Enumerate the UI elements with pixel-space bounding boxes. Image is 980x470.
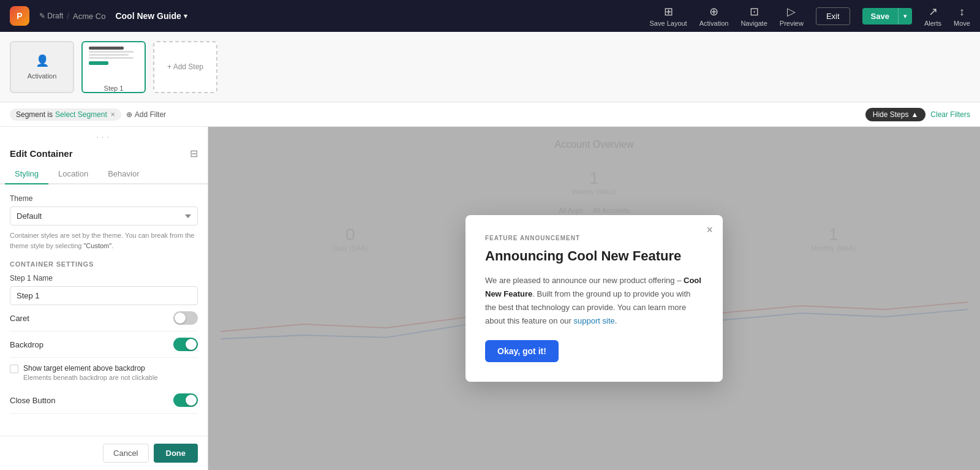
app-logo: P (10, 6, 29, 26)
modal-close-button[interactable]: × (706, 224, 713, 237)
guide-title[interactable]: Cool New Guide ▾ (115, 11, 187, 21)
activation-step-label: Activation (28, 72, 57, 80)
cancel-button[interactable]: Cancel (103, 444, 148, 463)
save-dropdown-button[interactable]: ▾ (898, 8, 912, 25)
caret-toggle-row: Caret (10, 305, 198, 332)
modal-badge: FEATURE ANNOUNCEMENT (485, 235, 703, 241)
activation-icon: ⊕ (709, 5, 718, 18)
theme-hint: Container styles are set by the theme. Y… (10, 230, 198, 251)
backdrop-toggle-row: Backdrop (10, 332, 198, 358)
tab-location[interactable]: Location (48, 164, 98, 184)
hide-steps-button[interactable]: Hide Steps ▲ (865, 108, 926, 121)
breadcrumb-draft: ✎ Draft (39, 12, 63, 20)
alerts-action[interactable]: ↗ Alerts (924, 5, 941, 27)
breadcrumb-company: Acme Co (73, 12, 105, 21)
breadcrumb-separator: / (67, 12, 69, 21)
clear-filters-button[interactable]: Clear Filters (930, 110, 970, 119)
modal-cta-button[interactable]: Okay, got it! (485, 340, 559, 362)
segment-value: Select Segment (55, 110, 107, 119)
feature-announcement-modal: × FEATURE ANNOUNCEMENT Announcing Cool N… (466, 215, 723, 382)
theme-label: Theme (10, 194, 198, 203)
backdrop-toggle[interactable] (173, 338, 198, 351)
theme-select[interactable]: Default (10, 207, 198, 226)
close-button-label: Close Button (10, 396, 55, 405)
panel-tabs: Styling Location Behavior (0, 164, 208, 184)
segment-close-icon[interactable]: × (111, 110, 115, 119)
add-filter-button[interactable]: ⊕ Add Filter (126, 110, 166, 119)
segment-filter-chip[interactable]: Segment is Select Segment × (10, 108, 121, 121)
save-layout-icon: ⊞ (664, 5, 673, 18)
step1-label: Step 1 (104, 85, 124, 92)
container-settings-label: CONTAINER SETTINGS (10, 260, 198, 268)
breadcrumb: ✎ Draft / Acme Co (39, 12, 105, 21)
activation-label: Activation (699, 20, 729, 27)
activation-action[interactable]: ⊕ Activation (699, 5, 729, 27)
move-icon: ↕ (959, 6, 965, 18)
save-button-group: Save ▾ (862, 8, 912, 25)
add-step-button[interactable]: + Add Step (153, 41, 217, 93)
caret-label: Caret (10, 314, 29, 323)
navigate-action[interactable]: ⊡ Navigate (741, 5, 767, 27)
tab-behavior[interactable]: Behavior (98, 164, 149, 184)
alerts-label: Alerts (924, 20, 941, 27)
filter-bar: Segment is Select Segment × ⊕ Add Filter… (0, 102, 980, 127)
panel-collapse-button[interactable]: ⊟ (190, 148, 198, 159)
edit-container-panel: ··· Edit Container ⊟ Styling Location Be… (0, 127, 208, 470)
chevron-down-icon: ▾ (184, 12, 187, 20)
step-card-step1[interactable]: Step 1 (81, 41, 146, 93)
close-button-toggle[interactable] (173, 393, 198, 407)
caret-toggle[interactable] (173, 311, 198, 325)
modal-overlay[interactable]: × FEATURE ANNOUNCEMENT Announcing Cool N… (208, 127, 980, 470)
nav-actions: ⊞ Save Layout ⊕ Activation ⊡ Navigate ▷ … (650, 5, 970, 27)
steps-bar: 👤 Activation Step 1 + Add Step (0, 32, 980, 102)
modal-body: We are pleased to announce our new produ… (485, 274, 703, 328)
drag-handle-icon: ··· (96, 132, 111, 143)
panel-body: Theme Default Container styles are set b… (0, 184, 208, 436)
panel-header: Edit Container ⊟ (0, 148, 208, 164)
save-button[interactable]: Save (862, 8, 898, 25)
preview-icon: ▷ (787, 5, 796, 18)
show-target-row: Show target element above backdrop Eleme… (10, 358, 198, 387)
show-target-hint: Elements beneath backdrop are not clicka… (23, 374, 158, 381)
navigate-label: Navigate (741, 20, 767, 27)
step-thumbnail (85, 42, 143, 80)
panel-drag-handle[interactable]: ··· (0, 127, 208, 148)
backdrop-label: Backdrop (10, 340, 43, 349)
preview-label: Preview (780, 20, 804, 27)
alerts-icon: ↗ (929, 5, 938, 18)
exit-button[interactable]: Exit (816, 7, 850, 25)
add-filter-icon: ⊕ (126, 110, 132, 119)
step-card-activation[interactable]: 👤 Activation (10, 41, 74, 93)
main-content: ··· Edit Container ⊟ Styling Location Be… (0, 127, 980, 470)
top-navigation: P ✎ Draft / Acme Co Cool New Guide ▾ ⊞ S… (0, 0, 980, 32)
modal-title: Announcing Cool New Feature (485, 248, 703, 265)
save-layout-action[interactable]: ⊞ Save Layout (650, 5, 687, 27)
tab-styling[interactable]: Styling (5, 164, 48, 184)
show-target-label: Show target element above backdrop (23, 364, 158, 373)
panel-title: Edit Container (10, 148, 73, 159)
segment-label: Segment is (16, 110, 53, 119)
step-name-input[interactable] (10, 286, 198, 305)
chevron-up-icon: ▲ (911, 110, 918, 119)
save-layout-label: Save Layout (650, 20, 687, 27)
modal-support-link[interactable]: support site (574, 316, 615, 325)
panel-footer: Cancel Done (0, 436, 208, 470)
close-button-toggle-row: Close Button (10, 387, 198, 414)
move-action[interactable]: ↕ Move (954, 6, 970, 27)
move-label: Move (954, 20, 970, 27)
show-target-checkbox[interactable] (10, 365, 18, 373)
done-button[interactable]: Done (154, 444, 198, 463)
preview-action[interactable]: ▷ Preview (780, 5, 804, 27)
navigate-icon: ⊡ (750, 5, 759, 18)
step-name-field-label: Step 1 Name (10, 274, 198, 282)
